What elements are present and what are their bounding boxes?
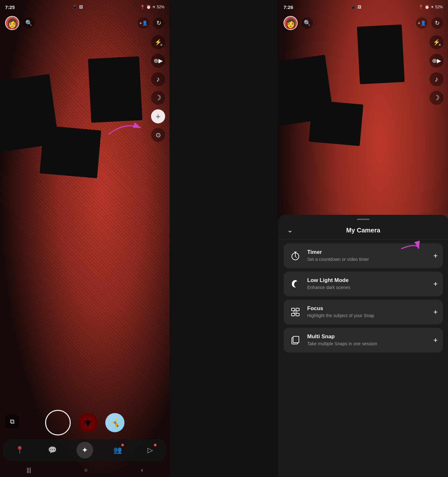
focus-title: Focus [307,305,428,312]
timer-arrow [420,249,446,263]
chat-icon: 💬 [48,446,57,454]
left-phone: 7:25 📱 🖼 📍 ⏰ ✈ 52% 👩 🔍 +👤 ↻ [0,0,170,477]
nav-camera-item[interactable]: ✦ [76,442,93,458]
right-dark-shape-2 [309,100,364,146]
gallery-icon: 🖼 [79,5,83,9]
status-icons: 📱 🖼 [72,5,83,9]
dark-shape-3 [88,56,142,123]
plus-icon: + [156,112,160,121]
right-status-right: 📍 ⏰ ✈ 52% [419,5,443,9]
right-whatsapp-icon: 📱 [351,5,356,9]
flash-button[interactable]: ⚡ ✕ [151,35,165,49]
back-button[interactable]: ‹ [141,467,143,473]
focus-item[interactable]: Focus Highlight the subject of your Snap… [284,300,443,325]
timer-item[interactable]: Timer Set a countdown or video timer + [284,243,443,268]
search-button[interactable]: 🔍 [23,17,35,29]
friends-notification-dot [121,444,124,446]
multi-snap-item[interactable]: Multi Snap Take multiple Snaps in one se… [284,328,443,353]
right-dark-shape-3 [357,24,404,84]
nav-left: 👩 🔍 [5,16,35,30]
svg-rect-3 [292,308,295,311]
status-bar: 7:25 📱 🖼 📍 ⏰ ✈ 52% [0,0,170,14]
camera-flip-button[interactable]: ↻ [153,17,164,29]
top-nav: 👩 🔍 +👤 ↻ [0,14,170,32]
right-status-time: 7:26 [284,4,293,10]
whatsapp-icon: 📱 [72,5,77,9]
right-music-button[interactable]: ♪ [429,72,444,86]
status-time: 7:25 [5,4,15,10]
right-music-icon: ♪ [435,75,438,83]
scan-button[interactable]: ⊙ [151,128,165,142]
recent-apps-button[interactable]: ||| [27,467,31,473]
nav-chat-item[interactable]: 💬 [44,442,60,458]
focus-desc: Highlight the subject of your Snap [307,313,428,318]
low-light-item[interactable]: Low Light Mode Enhance dark scenes + [284,271,443,296]
search-icon: 🔍 [25,20,32,27]
right-nav-right: +👤 ↻ [416,17,443,29]
right-airplane-icon: ✈ [431,5,434,9]
home-button[interactable]: ○ [84,467,88,473]
dual-cam-button[interactable]: ⊕▶ [151,54,165,68]
my-camera-sheet: ⌄ My Camera Timer [278,215,448,477]
nav-map-item[interactable]: 📍 [11,442,28,458]
right-status-icons: 📱 🖼 [351,5,361,9]
more-options-button[interactable]: + [151,109,165,123]
sheet-back-button[interactable]: ⌄ [285,225,295,235]
right-search-button[interactable]: 🔍 [301,17,313,29]
camera-icon: ✦ [82,446,88,455]
right-toolbar: ⚡ ✕ ⊕▶ ♪ ☽ + ⊙ [151,35,165,142]
bottom-nav: 📍 💬 ✦ 👥 ▷ [3,439,166,461]
multi-snap-icon [289,333,302,347]
focus-add-button[interactable]: + [433,308,438,317]
right-night-mode-button[interactable]: ☽ [429,91,444,105]
stories-icon: ▷ [148,446,153,454]
right-dual-cam-icon: ⊕▶ [432,57,441,64]
low-light-text: Low Light Mode Enhance dark scenes [307,277,428,290]
notification-dot [121,414,124,417]
timer-text: Timer Set a countdown or video timer [307,249,428,262]
svg-rect-11 [293,336,299,343]
nav-stories-item[interactable]: ▷ [142,442,158,458]
right-right-toolbar: ⚡ ✕ ⊕▶ ♪ ☽ [429,35,444,105]
battery-text: 52% [157,5,164,9]
night-mode-button[interactable]: ☽ [151,91,165,105]
dark-shape-2 [40,125,101,178]
right-dual-cam-button[interactable]: ⊕▶ [429,54,444,68]
music-icon: ♪ [156,75,160,83]
recent-photo-thumb[interactable] [105,413,124,432]
right-camera-flip-button[interactable]: ↻ [431,17,443,29]
low-light-add-button[interactable]: + [433,279,438,288]
nav-friends-item[interactable]: 👥 [109,442,126,458]
right-search-icon: 🔍 [304,20,311,27]
svg-rect-4 [296,308,299,311]
add-friend-button[interactable]: +👤 [138,17,149,29]
right-alarm-icon: ⏰ [425,5,429,9]
right-user-avatar[interactable]: 👩 [284,16,298,30]
location-icon: 📍 [140,5,145,9]
right-flash-button[interactable]: ⚡ ✕ [429,35,444,49]
svg-rect-5 [292,313,295,316]
sheet-header: ⌄ My Camera [278,220,448,239]
svg-rect-6 [296,313,299,316]
user-avatar[interactable]: 👩 [5,16,19,30]
sheet-title: My Camera [295,227,431,234]
spider-filter-thumb[interactable]: 🕷 [78,413,98,432]
add-friend-icon: +👤 [139,20,147,26]
focus-text: Focus Highlight the subject of your Snap [307,305,428,318]
right-add-friend-button[interactable]: +👤 [416,17,428,29]
airplane-icon: ✈ [152,5,156,9]
svg-point-8 [295,312,296,313]
map-icon: 📍 [15,446,24,454]
spacer [170,0,278,477]
nav-right: +👤 ↻ [138,17,164,29]
friends-icon: 👥 [113,446,122,454]
capture-button[interactable] [45,410,71,435]
right-top-nav: 👩 🔍 +👤 ↻ [278,14,448,32]
right-phone: 7:26 📱 🖼 📍 ⏰ ✈ 52% 👩 🔍 +👤 ↻ [278,0,448,477]
music-button[interactable]: ♪ [151,72,165,86]
timer-icon [289,249,302,262]
right-battery-text: 52% [435,5,443,9]
multi-snap-add-button[interactable]: + [433,336,438,345]
chevron-down-icon: ⌄ [287,226,293,234]
status-right: 📍 ⏰ ✈ 52% [140,5,164,9]
